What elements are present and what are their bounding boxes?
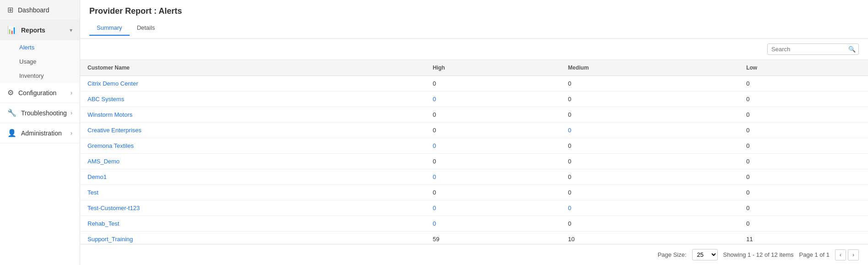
- sidebar-item-reports-label: Reports: [21, 27, 45, 34]
- cell-low: 0: [739, 123, 868, 138]
- page-size-select[interactable]: 25 50 100: [692, 249, 718, 260]
- cell-customer-name[interactable]: Test-Customer-t123: [80, 200, 426, 216]
- cell-high: 0: [426, 123, 561, 138]
- sidebar-item-usage[interactable]: Usage: [0, 54, 80, 69]
- cell-low: 0: [739, 169, 868, 185]
- sidebar-item-inventory[interactable]: Inventory: [0, 69, 80, 83]
- cell-medium: 10: [561, 232, 739, 244]
- table-row: Winstorm Motors000: [80, 107, 868, 123]
- table-container: Customer Name High Medium Low Citrix Dem…: [80, 60, 868, 244]
- table-row: ABC Systems000: [80, 92, 868, 107]
- sidebar-item-administration-label: Administration: [21, 130, 62, 137]
- search-box[interactable]: 🔍: [767, 43, 859, 55]
- cell-customer-name[interactable]: Creative Enterprises: [80, 123, 426, 138]
- cell-medium: 0: [561, 169, 739, 185]
- tab-bar: Summary Details: [89, 21, 859, 36]
- table-row: Creative Enterprises000: [80, 123, 868, 138]
- reports-icon: 📊: [7, 26, 16, 34]
- page-title: Provider Report : Alerts: [89, 6, 859, 16]
- search-icon: 🔍: [848, 46, 856, 53]
- col-medium: Medium: [561, 60, 739, 76]
- alerts-label: Alerts: [19, 44, 34, 51]
- page-info: Page 1 of 1: [799, 251, 830, 258]
- table-row: Citrix Demo Center000: [80, 76, 868, 92]
- cell-customer-name[interactable]: Winstorm Motors: [80, 107, 426, 123]
- cell-high: 0: [426, 154, 561, 169]
- pagination: ‹ ›: [835, 249, 859, 260]
- search-input[interactable]: [771, 46, 848, 53]
- cell-high[interactable]: 0: [426, 216, 561, 232]
- cell-low: 0: [739, 92, 868, 107]
- cell-medium: 0: [561, 107, 739, 123]
- cell-customer-name[interactable]: Support_Training: [80, 232, 426, 244]
- cell-low: 0: [739, 76, 868, 92]
- cell-low: 0: [739, 154, 868, 169]
- cell-high: 0: [426, 76, 561, 92]
- chevron-right-icon-3: ›: [71, 130, 72, 136]
- sidebar-item-configuration[interactable]: ⚙ Configuration ›: [0, 83, 80, 103]
- next-page-button[interactable]: ›: [848, 249, 859, 260]
- cell-high: 0: [426, 185, 561, 200]
- showing-text: Showing 1 - 12 of 12 items: [723, 251, 794, 258]
- cell-medium[interactable]: 0: [561, 123, 739, 138]
- cell-medium: 0: [561, 154, 739, 169]
- inventory-label: Inventory: [19, 72, 44, 79]
- cell-medium: 0: [561, 92, 739, 107]
- sidebar-item-reports[interactable]: 📊 Reports ▾: [0, 20, 80, 40]
- administration-icon: 👤: [7, 129, 16, 137]
- cell-customer-name[interactable]: Demo1: [80, 169, 426, 185]
- prev-page-button[interactable]: ‹: [835, 249, 846, 260]
- sidebar-item-configuration-label: Configuration: [18, 89, 56, 97]
- table-row: Gremona Textiles000: [80, 138, 868, 154]
- usage-label: Usage: [19, 58, 37, 65]
- table-row: Rehab_Test000: [80, 216, 868, 232]
- table-row: Test000: [80, 185, 868, 200]
- table-row: Demo1000: [80, 169, 868, 185]
- cell-high[interactable]: 0: [426, 200, 561, 216]
- cell-medium: 0: [561, 185, 739, 200]
- cell-high: 59: [426, 232, 561, 244]
- sidebar-item-troubleshooting[interactable]: 🔧 Troubleshooting ›: [0, 103, 80, 123]
- sidebar-item-dashboard[interactable]: ⊞ Dashboard: [0, 0, 80, 20]
- sidebar: ⊞ Dashboard 📊 Reports ▾ Alerts Usage Inv…: [0, 0, 80, 265]
- sidebar-item-administration[interactable]: 👤 Administration ›: [0, 123, 80, 143]
- cell-high[interactable]: 0: [426, 138, 561, 154]
- col-low: Low: [739, 60, 868, 76]
- page-header: Provider Report : Alerts Summary Details: [80, 0, 868, 39]
- cell-medium: 0: [561, 138, 739, 154]
- alerts-table: Customer Name High Medium Low Citrix Dem…: [80, 60, 868, 244]
- cell-low: 11: [739, 232, 868, 244]
- sidebar-item-troubleshooting-label: Troubleshooting: [21, 109, 67, 117]
- table-row: Support_Training591011: [80, 232, 868, 244]
- cell-high[interactable]: 0: [426, 92, 561, 107]
- cell-low: 0: [739, 138, 868, 154]
- cell-customer-name[interactable]: Gremona Textiles: [80, 138, 426, 154]
- cell-medium[interactable]: 0: [561, 200, 739, 216]
- main-content: Provider Report : Alerts Summary Details…: [80, 0, 868, 265]
- sidebar-item-alerts[interactable]: Alerts: [0, 40, 80, 54]
- cell-customer-name[interactable]: AMS_Demo: [80, 154, 426, 169]
- cell-low: 0: [739, 216, 868, 232]
- cell-low: 0: [739, 107, 868, 123]
- col-high: High: [426, 60, 561, 76]
- cell-customer-name[interactable]: ABC Systems: [80, 92, 426, 107]
- cell-medium: 0: [561, 216, 739, 232]
- dashboard-icon: ⊞: [7, 5, 13, 14]
- cell-low: 0: [739, 185, 868, 200]
- col-customer-name: Customer Name: [80, 60, 426, 76]
- chevron-right-icon-2: ›: [71, 110, 72, 116]
- cell-high: 0: [426, 107, 561, 123]
- table-header-row: Customer Name High Medium Low: [80, 60, 868, 76]
- cell-customer-name[interactable]: Rehab_Test: [80, 216, 426, 232]
- cell-medium: 0: [561, 76, 739, 92]
- reports-sub-menu: Alerts Usage Inventory: [0, 40, 80, 83]
- table-row: Test-Customer-t123000: [80, 200, 868, 216]
- cell-customer-name[interactable]: Test: [80, 185, 426, 200]
- tab-details[interactable]: Details: [130, 21, 163, 36]
- sidebar-item-dashboard-label: Dashboard: [18, 6, 49, 14]
- footer: Page Size: 25 50 100 Showing 1 - 12 of 1…: [80, 244, 868, 265]
- cell-customer-name[interactable]: Citrix Demo Center: [80, 76, 426, 92]
- configuration-icon: ⚙: [7, 88, 14, 97]
- cell-high[interactable]: 0: [426, 169, 561, 185]
- tab-summary[interactable]: Summary: [89, 21, 130, 36]
